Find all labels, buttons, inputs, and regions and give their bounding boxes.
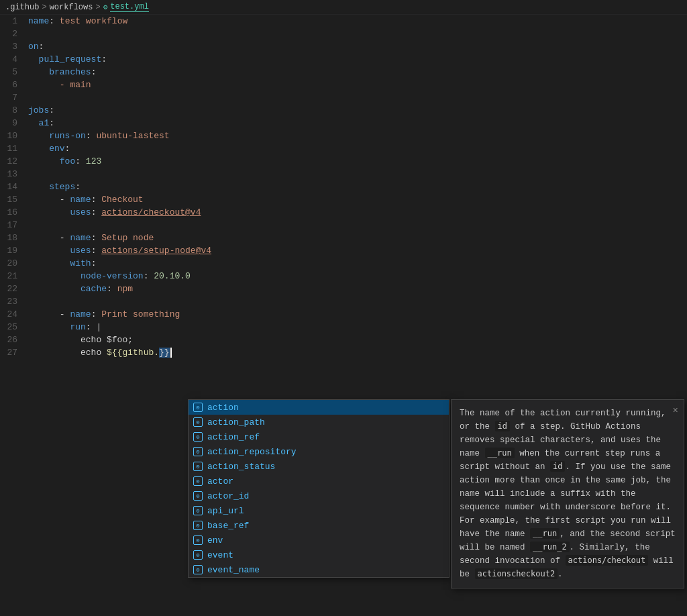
line-content: cache: npm: [28, 283, 687, 295]
autocomplete-item-base_ref[interactable]: ⊙base_ref: [189, 518, 449, 533]
line-number: 6: [0, 79, 28, 91]
line-3: 3on:: [0, 40, 687, 53]
autocomplete-item-icon: ⊙: [193, 505, 203, 516]
autocomplete-item-label: api_url: [207, 506, 244, 516]
line-19: 19 uses: actions/setup-node@v4: [0, 244, 687, 257]
line-content: on:: [28, 40, 687, 53]
line-content: steps:: [28, 181, 687, 193]
line-25: 25 run: |: [0, 321, 687, 333]
autocomplete-item-action_repository[interactable]: ⊙action_repository: [189, 444, 449, 459]
autocomplete-item-action_ref[interactable]: ⊙action_ref: [189, 429, 449, 444]
autocomplete-item-label: actor: [207, 476, 233, 486]
autocomplete-item-icon: ⊙: [193, 535, 203, 546]
line-content: run: |: [28, 321, 687, 333]
autocomplete-item-label: action: [207, 403, 239, 413]
autocomplete-item-icon: ⊙: [193, 564, 203, 575]
autocomplete-item-action_status[interactable]: ⊙action_status: [189, 459, 449, 474]
autocomplete-item-actor[interactable]: ⊙actor: [189, 474, 449, 489]
line-9: 9 a1:: [0, 117, 687, 130]
line-content: uses: actions/setup-node@v4: [28, 244, 687, 257]
line-number: 4: [0, 53, 28, 66]
doc-inline-code: __run: [530, 528, 560, 539]
line-12: 12 foo: 123: [0, 155, 687, 168]
autocomplete-item-env[interactable]: ⊙env: [189, 533, 449, 548]
breadcrumb-workflows[interactable]: workflows: [50, 3, 93, 12]
line-number: 9: [0, 117, 28, 130]
autocomplete-item-icon: ⊙: [193, 417, 203, 427]
autocomplete-item-icon: ⊙: [193, 431, 203, 442]
line-number: 2: [0, 28, 28, 40]
autocomplete-item-api_url[interactable]: ⊙api_url: [189, 503, 449, 518]
line-number: 22: [0, 283, 28, 295]
line-1: 1name: test workflow: [0, 15, 687, 28]
line-11: 11 env:: [0, 142, 687, 155]
editor: 1name: test workflow23on:4 pull_request:…: [0, 15, 687, 616]
line-content: name: test workflow: [28, 15, 687, 28]
breadcrumb: .github > workflows > ⚙ test.yml: [0, 0, 687, 15]
line-content: foo: 123: [28, 155, 687, 168]
doc-inline-code: id: [550, 461, 565, 472]
breadcrumb-file[interactable]: test.yml: [110, 2, 149, 12]
line-content: a1:: [28, 117, 687, 130]
autocomplete-item-icon: ⊙: [193, 461, 203, 472]
line-number: 26: [0, 333, 28, 346]
line-content: [28, 219, 687, 232]
line-4: 4 pull_request:: [0, 53, 687, 66]
line-number: 1: [0, 15, 28, 28]
line-content: - name: Print something: [28, 308, 687, 321]
line-content: [28, 168, 687, 181]
doc-inline-code: __run: [485, 448, 515, 458]
autocomplete-item-action[interactable]: ⊙action: [189, 400, 449, 415]
line-number: 5: [0, 66, 28, 79]
line-26: 26 echo $foo;: [0, 333, 687, 346]
line-number: 12: [0, 155, 28, 168]
line-8: 8jobs:: [0, 104, 687, 117]
line-number: 24: [0, 308, 28, 321]
doc-inline-code: actions/checkout: [566, 555, 649, 566]
line-23: 23: [0, 295, 687, 308]
autocomplete-item-event_name[interactable]: ⊙event_name: [189, 562, 449, 577]
line-14: 14 steps:: [0, 181, 687, 193]
line-content: node-version: 20.10.0: [28, 270, 687, 283]
autocomplete-item-actor_id[interactable]: ⊙actor_id: [189, 489, 449, 503]
autocomplete-item-event[interactable]: ⊙event: [189, 548, 449, 562]
doc-panel-close[interactable]: ×: [673, 404, 678, 418]
line-number: 27: [0, 346, 28, 359]
line-content: - name: Checkout: [28, 193, 687, 206]
line-18: 18 - name: Setup node: [0, 232, 687, 244]
autocomplete-item-label: action_repository: [207, 447, 297, 457]
line-number: 10: [0, 130, 28, 142]
autocomplete-item-label: action_ref: [207, 432, 260, 442]
autocomplete-item-label: actor_id: [207, 491, 249, 501]
line-content: [28, 295, 687, 308]
line-content: [28, 91, 687, 104]
line-content: with:: [28, 257, 687, 270]
line-content: uses: actions/checkout@v4: [28, 206, 687, 219]
line-content: - name: Setup node: [28, 232, 687, 244]
line-number: 21: [0, 270, 28, 283]
line-15: 15 - name: Checkout: [0, 193, 687, 206]
line-content: [28, 28, 687, 40]
line-5: 5 branches:: [0, 66, 687, 79]
line-7: 7: [0, 91, 687, 104]
line-20: 20 with:: [0, 257, 687, 270]
line-number: 18: [0, 232, 28, 244]
line-content: - main: [28, 79, 687, 91]
line-number: 11: [0, 142, 28, 155]
autocomplete-item-icon: ⊙: [193, 446, 203, 457]
autocomplete-dropdown[interactable]: ⊙action⊙action_path⊙action_ref⊙action_re…: [188, 399, 450, 578]
autocomplete-item-action_path[interactable]: ⊙action_path: [189, 415, 449, 429]
line-content: echo $foo;: [28, 333, 687, 346]
line-number: 17: [0, 219, 28, 232]
doc-inline-code: actionscheckout2: [475, 568, 558, 579]
autocomplete-item-label: event: [207, 550, 233, 560]
breadcrumb-github[interactable]: .github: [5, 3, 39, 12]
line-13: 13: [0, 168, 687, 181]
line-content: echo ${{github.}}: [28, 346, 687, 359]
line-number: 16: [0, 206, 28, 219]
line-6: 6 - main: [0, 79, 687, 91]
line-21: 21 node-version: 20.10.0: [0, 270, 687, 283]
line-number: 3: [0, 40, 28, 53]
line-number: 25: [0, 321, 28, 333]
line-number: 8: [0, 104, 28, 117]
